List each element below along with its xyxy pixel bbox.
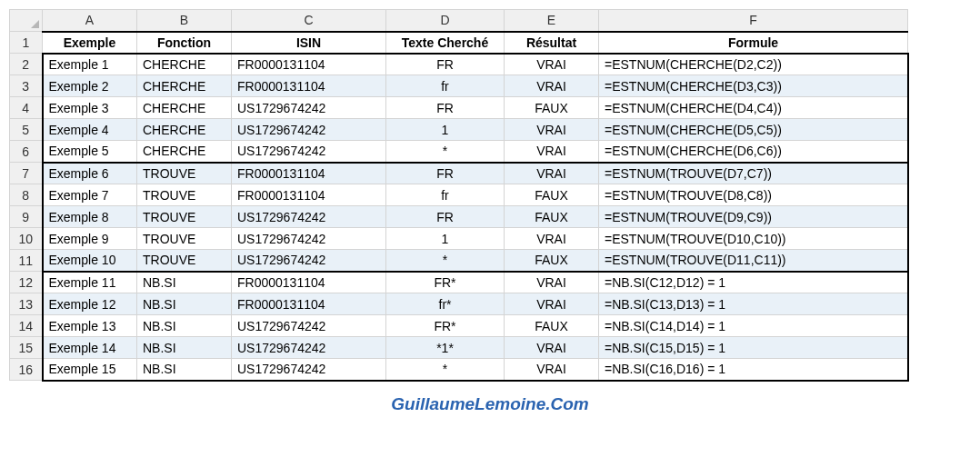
header-texte[interactable]: Texte Cherché (386, 32, 505, 54)
cell-exemple[interactable]: Exemple 11 (43, 272, 137, 293)
cell-isin[interactable]: FR0000131104 (232, 293, 386, 315)
row-header-4[interactable]: 4 (10, 97, 43, 119)
row-header-13[interactable]: 13 (10, 293, 43, 315)
cell-isin[interactable]: US1729674242 (232, 228, 386, 250)
col-header-E[interactable]: E (505, 10, 599, 32)
cell-fonction[interactable]: NB.SI (137, 272, 232, 293)
cell-formule[interactable]: =ESTNUM(CHERCHE(D3,C3)) (599, 75, 908, 97)
cell-formule[interactable]: =ESTNUM(TROUVE(D11,C11)) (599, 250, 908, 272)
cell-texte[interactable]: fr* (386, 293, 505, 315)
cell-resultat[interactable]: VRAI (505, 54, 599, 75)
cell-isin[interactable]: FR0000131104 (232, 75, 386, 97)
cell-resultat[interactable]: FAUX (505, 184, 599, 206)
select-all-corner[interactable] (10, 10, 43, 32)
cell-formule[interactable]: =NB.SI(C16,D16) = 1 (599, 359, 908, 381)
col-header-F[interactable]: F (599, 10, 908, 32)
cell-resultat[interactable]: FAUX (505, 97, 599, 119)
cell-fonction[interactable]: NB.SI (137, 359, 232, 381)
spreadsheet[interactable]: A B C D E F 1 Exemple Fonction ISIN Text… (9, 9, 909, 382)
header-exemple[interactable]: Exemple (43, 32, 137, 54)
row-header-3[interactable]: 3 (10, 75, 43, 97)
cell-texte[interactable]: FR (386, 97, 505, 119)
cell-exemple[interactable]: Exemple 8 (43, 206, 137, 228)
row-header-15[interactable]: 15 (10, 337, 43, 359)
cell-formule[interactable]: =NB.SI(C14,D14) = 1 (599, 315, 908, 337)
cell-fonction[interactable]: NB.SI (137, 293, 232, 315)
cell-isin[interactable]: US1729674242 (232, 206, 386, 228)
cell-isin[interactable]: US1729674242 (232, 359, 386, 381)
cell-formule[interactable]: =NB.SI(C13,D13) = 1 (599, 293, 908, 315)
header-resultat[interactable]: Résultat (505, 32, 599, 54)
cell-resultat[interactable]: VRAI (505, 359, 599, 381)
cell-resultat[interactable]: VRAI (505, 163, 599, 184)
cell-formule[interactable]: =ESTNUM(TROUVE(D9,C9)) (599, 206, 908, 228)
cell-fonction[interactable]: NB.SI (137, 315, 232, 337)
row-header-8[interactable]: 8 (10, 184, 43, 206)
cell-exemple[interactable]: Exemple 7 (43, 184, 137, 206)
col-header-C[interactable]: C (232, 10, 386, 32)
cell-exemple[interactable]: Exemple 12 (43, 293, 137, 315)
cell-exemple[interactable]: Exemple 3 (43, 97, 137, 119)
row-header-16[interactable]: 16 (10, 359, 43, 381)
header-formule[interactable]: Formule (599, 32, 908, 54)
cell-exemple[interactable]: Exemple 6 (43, 163, 137, 184)
cell-exemple[interactable]: Exemple 4 (43, 119, 137, 141)
cell-texte[interactable]: fr (386, 184, 505, 206)
cell-resultat[interactable]: VRAI (505, 141, 599, 163)
cell-texte[interactable]: * (386, 250, 505, 272)
cell-texte[interactable]: * (386, 359, 505, 381)
cell-isin[interactable]: US1729674242 (232, 337, 386, 359)
cell-exemple[interactable]: Exemple 1 (43, 54, 137, 75)
cell-formule[interactable]: =ESTNUM(CHERCHE(D6,C6)) (599, 141, 908, 163)
cell-isin[interactable]: FR0000131104 (232, 272, 386, 293)
cell-isin[interactable]: FR0000131104 (232, 184, 386, 206)
cell-fonction[interactable]: TROUVE (137, 184, 232, 206)
row-header-9[interactable]: 9 (10, 206, 43, 228)
col-header-D[interactable]: D (386, 10, 505, 32)
cell-resultat[interactable]: VRAI (505, 293, 599, 315)
cell-isin[interactable]: FR0000131104 (232, 163, 386, 184)
cell-texte[interactable]: * (386, 141, 505, 163)
header-fonction[interactable]: Fonction (137, 32, 232, 54)
cell-fonction[interactable]: CHERCHE (137, 75, 232, 97)
cell-formule[interactable]: =ESTNUM(CHERCHE(D4,C4)) (599, 97, 908, 119)
cell-isin[interactable]: US1729674242 (232, 250, 386, 272)
cell-resultat[interactable]: FAUX (505, 250, 599, 272)
cell-exemple[interactable]: Exemple 10 (43, 250, 137, 272)
cell-formule[interactable]: =ESTNUM(TROUVE(D7,C7)) (599, 163, 908, 184)
cell-texte[interactable]: *1* (386, 337, 505, 359)
row-header-5[interactable]: 5 (10, 119, 43, 141)
cell-formule[interactable]: =ESTNUM(CHERCHE(D2,C2)) (599, 54, 908, 75)
cell-texte[interactable]: 1 (386, 228, 505, 250)
cell-fonction[interactable]: NB.SI (137, 337, 232, 359)
cell-formule[interactable]: =NB.SI(C15,D15) = 1 (599, 337, 908, 359)
cell-exemple[interactable]: Exemple 13 (43, 315, 137, 337)
cell-texte[interactable]: FR (386, 206, 505, 228)
row-header-12[interactable]: 12 (10, 272, 43, 293)
cell-formule[interactable]: =ESTNUM(CHERCHE(D5,C5)) (599, 119, 908, 141)
row-header-10[interactable]: 10 (10, 228, 43, 250)
cell-fonction[interactable]: CHERCHE (137, 119, 232, 141)
cell-exemple[interactable]: Exemple 14 (43, 337, 137, 359)
cell-fonction[interactable]: CHERCHE (137, 97, 232, 119)
header-isin[interactable]: ISIN (232, 32, 386, 54)
cell-exemple[interactable]: Exemple 5 (43, 141, 137, 163)
row-header-6[interactable]: 6 (10, 141, 43, 163)
cell-exemple[interactable]: Exemple 2 (43, 75, 137, 97)
cell-resultat[interactable]: VRAI (505, 75, 599, 97)
col-header-A[interactable]: A (43, 10, 137, 32)
cell-resultat[interactable]: FAUX (505, 315, 599, 337)
row-header-7[interactable]: 7 (10, 163, 43, 184)
cell-texte[interactable]: FR* (386, 315, 505, 337)
cell-formule[interactable]: =NB.SI(C12,D12) = 1 (599, 272, 908, 293)
row-header-11[interactable]: 11 (10, 250, 43, 272)
col-header-B[interactable]: B (137, 10, 232, 32)
cell-formule[interactable]: =ESTNUM(TROUVE(D10,C10)) (599, 228, 908, 250)
cell-isin[interactable]: US1729674242 (232, 97, 386, 119)
cell-texte[interactable]: FR (386, 163, 505, 184)
cell-texte[interactable]: fr (386, 75, 505, 97)
cell-texte[interactable]: 1 (386, 119, 505, 141)
cell-exemple[interactable]: Exemple 15 (43, 359, 137, 381)
cell-fonction[interactable]: TROUVE (137, 228, 232, 250)
cell-isin[interactable]: US1729674242 (232, 315, 386, 337)
